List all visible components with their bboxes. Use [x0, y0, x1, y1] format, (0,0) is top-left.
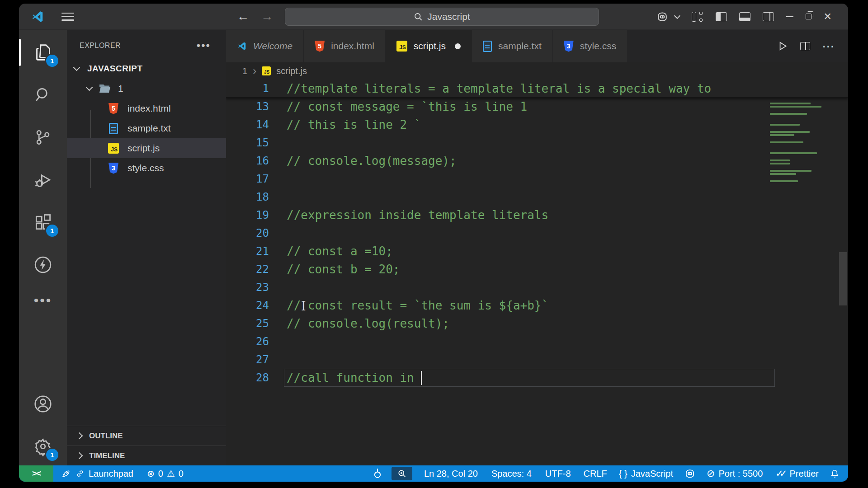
file-label: index.html [127, 103, 171, 114]
live-server-port[interactable]: ⊘ Port : 5500 [707, 469, 763, 479]
code-line[interactable]: 26 [226, 333, 848, 351]
code-line[interactable]: 15 [226, 134, 848, 152]
remote-indicator[interactable]: >< [19, 465, 53, 482]
sidebar-item-search[interactable] [28, 80, 57, 109]
tree-root-javascript[interactable]: JAVASCRIPT [67, 59, 226, 79]
sidebar-item-extensions[interactable]: 1 [28, 208, 57, 237]
more-actions-icon[interactable]: ⋯ [822, 39, 835, 54]
command-search-box[interactable]: Javascript [285, 8, 599, 26]
sidebar-item-explorer[interactable]: 1 [28, 38, 57, 67]
split-editor-icon[interactable] [800, 42, 810, 50]
minimap[interactable] [770, 85, 824, 182]
chevron-right-icon [76, 452, 83, 460]
debug-icon [33, 170, 53, 190]
indentation[interactable]: Spaces: 4 [491, 469, 532, 479]
code-line[interactable]: 27 [226, 351, 848, 369]
breadcrumb-folder[interactable]: 1 [242, 66, 247, 76]
eol-sequence[interactable]: CRLF [584, 469, 607, 479]
code-text: //template literals = a template literal… [287, 82, 711, 95]
copilot-icon[interactable] [656, 10, 669, 23]
html-icon: 5 [108, 103, 118, 114]
chevron-down-icon [73, 64, 80, 71]
css-icon: 3 [108, 163, 118, 174]
tab-script-js[interactable]: JS script.js [386, 30, 472, 62]
code-line[interactable]: 25// console.log(result); [226, 314, 848, 333]
file-label: style.css [127, 163, 164, 174]
tab-index-html[interactable]: 5 index.html [304, 30, 386, 62]
sidebar-item-run-debug[interactable] [28, 165, 57, 194]
breadcrumb[interactable]: 1 › JS script.js [226, 62, 848, 80]
cursor-position[interactable]: Ln 28, Col 20 [424, 469, 478, 479]
language-mode[interactable]: { } JavaScript [619, 469, 673, 479]
port-forward-icon[interactable] [373, 468, 382, 479]
sticky-scroll-line[interactable]: 1 //template literals = a template liter… [226, 80, 848, 98]
code-line[interactable]: 20 [226, 224, 848, 242]
tab-label: Welcome [253, 41, 292, 52]
code-line[interactable]: 13// const message = `this is line 1 [226, 98, 848, 116]
search-icon [414, 12, 423, 21]
prettier-status[interactable]: ✓✓ Prettier [775, 468, 819, 479]
toggle-panel-icon[interactable] [739, 12, 750, 21]
sidebar-item-source-control[interactable] [28, 123, 57, 152]
file-sample-txt[interactable]: sample.txt [67, 118, 226, 138]
tab-label: index.html [331, 41, 374, 52]
minimize-button[interactable] [786, 16, 793, 17]
code-line[interactable]: 19//expression inside template literals [226, 206, 848, 224]
notifications-bell-icon[interactable] [830, 469, 840, 479]
css-icon: 3 [564, 41, 574, 52]
code-line[interactable]: 22// const b = 20; [226, 260, 848, 278]
restore-button[interactable] [806, 14, 811, 19]
toggle-sidebar-icon[interactable] [716, 12, 727, 21]
run-button[interactable] [777, 40, 788, 52]
code-line[interactable]: 14// this is line 2 ` [226, 116, 848, 134]
copilot-status-icon[interactable] [684, 468, 696, 479]
tab-welcome[interactable]: Welcome [226, 30, 304, 62]
rocket-icon [61, 468, 71, 479]
tree-folder-1[interactable]: 1 [67, 79, 226, 99]
toggle-secondary-sidebar-icon[interactable] [763, 12, 774, 21]
code-line[interactable]: 18 [226, 188, 848, 206]
vertical-scrollbar[interactable] [839, 252, 847, 305]
chevron-down-icon[interactable] [674, 12, 680, 19]
encoding[interactable]: UTF-8 [545, 469, 571, 479]
settings-gear-icon[interactable]: 1 [28, 432, 57, 461]
code-line-current[interactable]: 28 //call function in [226, 369, 848, 387]
warning-count: 0 [179, 469, 184, 479]
explorer-title: EXPLORER [80, 42, 121, 50]
explorer-actions-icon[interactable]: ••• [197, 39, 211, 52]
screencast-zoom-indicator[interactable] [392, 467, 412, 480]
breadcrumb-file[interactable]: script.js [276, 66, 307, 76]
modified-dot-icon[interactable] [455, 43, 461, 49]
vscode-window: ← → Javascript ✕ 1 [19, 4, 848, 482]
code-editor[interactable]: 1 //template literals = a template liter… [226, 80, 848, 465]
file-style-css[interactable]: 3 style.css [67, 158, 226, 178]
code-line[interactable]: 17 [226, 170, 848, 188]
file-script-js[interactable]: JS script.js [67, 138, 226, 158]
code-line[interactable]: 16// console.log(message); [226, 152, 848, 170]
launchpad-button[interactable]: Launchpad [61, 468, 133, 479]
timeline-section[interactable]: TIMELINE [67, 446, 226, 465]
explorer-badge: 1 [46, 55, 58, 67]
account-icon[interactable] [28, 389, 57, 418]
editor-group: Welcome 5 index.html JS script.js sample… [226, 30, 848, 465]
menu-icon[interactable] [61, 13, 74, 21]
code-line[interactable]: 21// const a =10; [226, 242, 848, 260]
code-line[interactable]: 23 [226, 278, 848, 296]
outline-section[interactable]: OUTLINE [67, 426, 226, 446]
more-views-icon[interactable]: ••• [34, 293, 52, 308]
tab-style-css[interactable]: 3 style.css [553, 30, 628, 62]
file-index-html[interactable]: 5 index.html [67, 99, 226, 118]
git-branch-icon [33, 128, 52, 147]
tab-label: style.css [580, 41, 617, 52]
close-button[interactable]: ✕ [824, 12, 832, 22]
forward-arrow-icon[interactable]: → [261, 10, 273, 23]
code-text: //call function in [287, 371, 421, 385]
tab-sample-txt[interactable]: sample.txt [472, 30, 553, 62]
customize-layout-icon[interactable] [692, 12, 703, 22]
problems-indicator[interactable]: ⊗ 0 ⚠ 0 [147, 469, 184, 479]
tab-label: sample.txt [498, 41, 542, 52]
code-line[interactable]: 24// const result = `the sum is ${a+b}` … [226, 296, 848, 314]
back-arrow-icon[interactable]: ← [237, 10, 249, 23]
error-count: 0 [158, 469, 163, 479]
sidebar-item-live-server[interactable] [28, 250, 57, 279]
